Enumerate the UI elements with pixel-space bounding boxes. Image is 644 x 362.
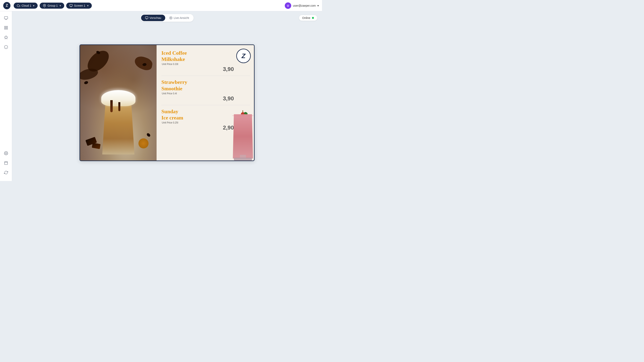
smoothie-glass xyxy=(231,108,254,160)
view-toggle: Vorschau Live-Ansicht xyxy=(140,14,194,22)
svg-rect-16 xyxy=(145,17,148,18)
svg-rect-4 xyxy=(6,26,8,27)
canvas-area: Z Iced CoffeeMilkshake Unit Price 0.33l … xyxy=(12,24,322,181)
avatar: U xyxy=(285,2,291,9)
item-1-price: 3,90 xyxy=(162,66,250,72)
screen-icon xyxy=(70,4,73,7)
sidebar-item-settings[interactable] xyxy=(2,149,10,158)
preview-icon xyxy=(145,16,148,19)
grid-icon xyxy=(4,26,8,30)
item-2-unit: Unit Price 0.4l xyxy=(162,92,250,95)
svg-rect-12 xyxy=(4,161,8,164)
glass-base xyxy=(234,158,252,160)
settings-icon xyxy=(4,151,8,155)
sidebar-item-star[interactable] xyxy=(2,33,10,42)
screen-selector[interactable]: Screen 1 ▾ xyxy=(66,2,92,9)
info-icon xyxy=(4,45,8,49)
sync-icon xyxy=(4,171,8,175)
live-view-button[interactable]: Live-Ansicht xyxy=(165,15,193,21)
calendar-icon xyxy=(4,161,8,165)
cloud-icon xyxy=(17,4,20,7)
brand-letter: Z xyxy=(242,52,246,60)
location-icon xyxy=(43,4,46,7)
star-icon xyxy=(4,35,8,39)
svg-marker-7 xyxy=(4,36,8,39)
online-dot xyxy=(312,17,314,19)
svg-point-0 xyxy=(44,5,45,6)
board-right: Z Iced CoffeeMilkshake Unit Price 0.33l … xyxy=(156,45,254,160)
nav-pills: Cloud 1 ▾ Group 1 ▾ Screen 1 ▾ xyxy=(14,2,92,9)
cloud-selector[interactable]: Cloud 1 ▾ xyxy=(14,2,38,9)
sidebar xyxy=(0,11,12,181)
preview-label: Vorschau xyxy=(150,16,161,19)
content-area: Vorschau Live-Ansicht Online xyxy=(12,11,322,181)
screen-label: Screen 1 xyxy=(74,4,85,7)
screen-chevron-icon: ▾ xyxy=(87,4,88,7)
sidebar-item-calendar[interactable] xyxy=(2,158,10,167)
sidebar-item-info[interactable] xyxy=(2,43,10,51)
user-email: user@zaeper.com xyxy=(293,4,316,7)
board-left xyxy=(80,45,156,160)
sidebar-item-grid[interactable] xyxy=(2,23,10,32)
nav-right: U user@zaeper.com ▾ xyxy=(285,2,319,9)
svg-rect-5 xyxy=(4,28,6,29)
svg-rect-2 xyxy=(4,17,8,19)
group-selector[interactable]: Group 1 ▾ xyxy=(40,2,64,9)
display-board: Z Iced CoffeeMilkshake Unit Price 0.33l … xyxy=(80,44,254,161)
caramel-blob xyxy=(138,138,148,148)
group-label: Group 1 xyxy=(48,4,58,7)
cloud-label: Cloud 1 xyxy=(22,4,31,7)
cup-drip-1 xyxy=(110,100,113,112)
group-chevron-icon: ▾ xyxy=(60,4,61,7)
brand-logo-circle: Z xyxy=(236,49,251,63)
online-badge: Online xyxy=(299,15,317,21)
svg-rect-1 xyxy=(70,4,72,6)
item-2-name: StrawberrySmoothie xyxy=(162,79,250,91)
monitor-icon xyxy=(4,16,8,20)
menu-item-2: StrawberrySmoothie Unit Price 0.4l 3,90 xyxy=(162,79,250,102)
live-icon xyxy=(169,16,172,19)
cup-drip-2 xyxy=(118,102,120,111)
item-2-price: 3,90 xyxy=(162,95,250,102)
menu-divider-2 xyxy=(162,105,250,105)
sidebar-item-sync[interactable] xyxy=(2,168,10,177)
sidebar-bottom xyxy=(2,149,10,179)
sidebar-item-monitor[interactable] xyxy=(2,14,10,22)
live-label: Live-Ansicht xyxy=(174,16,189,19)
svg-rect-6 xyxy=(6,28,8,29)
view-bar: Vorschau Live-Ansicht Online xyxy=(12,11,322,24)
user-menu[interactable]: U user@zaeper.com ▾ xyxy=(285,2,319,9)
main-layout: Vorschau Live-Ansicht Online xyxy=(0,11,322,181)
item-1-unit: Unit Price 0.33l xyxy=(162,63,250,65)
cloud-chevron-icon: ▾ xyxy=(33,4,34,7)
preview-button[interactable]: Vorschau xyxy=(141,15,165,21)
svg-point-11 xyxy=(6,153,6,154)
user-chevron-icon: ▾ xyxy=(317,4,319,7)
svg-point-18 xyxy=(170,17,171,18)
topnav: Z Cloud 1 ▾ Group 1 ▾ Screen 1 ▾ U user@… xyxy=(0,0,322,11)
app-logo[interactable]: Z xyxy=(3,2,10,9)
cup-container xyxy=(98,90,138,154)
svg-rect-3 xyxy=(4,26,6,27)
online-label: Online xyxy=(302,16,310,19)
glass-body xyxy=(233,114,253,158)
